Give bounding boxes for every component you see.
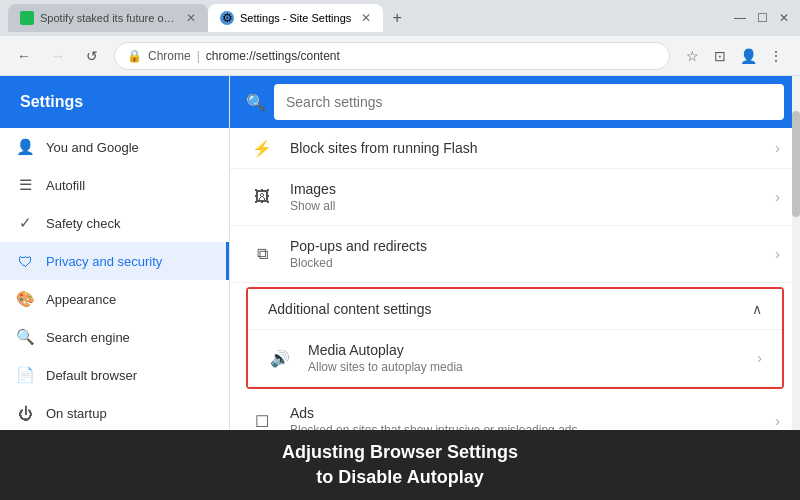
sidebar-label-search: Search engine bbox=[46, 330, 130, 345]
ads-text: Ads Blocked on sites that show intrusive… bbox=[290, 405, 759, 430]
autoplay-arrow: › bbox=[757, 350, 762, 366]
settings-item-block-flash[interactable]: ⚡ Block sites from running Flash › bbox=[230, 128, 800, 169]
settings-item-ads[interactable]: ☐ Ads Blocked on sites that show intrusi… bbox=[230, 393, 800, 430]
sidebar-item-search-engine[interactable]: 🔍 Search engine bbox=[0, 318, 229, 356]
flash-title: Block sites from running Flash bbox=[290, 140, 759, 156]
additional-content-title: Additional content settings bbox=[268, 301, 431, 317]
url-separator: | bbox=[197, 49, 200, 63]
sidebar-item-you-google[interactable]: 👤 You and Google bbox=[0, 128, 229, 166]
settings-item-media-autoplay[interactable]: 🔊 Media Autoplay Allow sites to autoplay… bbox=[248, 329, 782, 387]
flash-arrow: › bbox=[775, 140, 780, 156]
spotify-favicon bbox=[20, 11, 34, 25]
sidebar-label-appearance: Appearance bbox=[46, 292, 116, 307]
autoplay-text: Media Autoplay Allow sites to autoplay m… bbox=[308, 342, 741, 374]
settings-list: ⚡ Block sites from running Flash › 🖼 Ima… bbox=[230, 128, 800, 430]
sidebar-item-appearance[interactable]: 🎨 Appearance bbox=[0, 280, 229, 318]
images-icon: 🖼 bbox=[250, 185, 274, 209]
images-title: Images bbox=[290, 181, 759, 197]
caption-line2: to Disable Autoplay bbox=[10, 465, 790, 490]
sidebar-item-safety[interactable]: ✓ Safety check bbox=[0, 204, 229, 242]
settings-item-images[interactable]: 🖼 Images Show all › bbox=[230, 169, 800, 226]
additional-content-collapse-icon: ∧ bbox=[752, 301, 762, 317]
browser-frame: Spotify staked its future on pod... ✕ ⚙ … bbox=[0, 0, 800, 500]
autoplay-sub: Allow sites to autoplay media bbox=[308, 360, 741, 374]
sidebar-item-autofill[interactable]: ☰ Autofill bbox=[0, 166, 229, 204]
additional-content-body: 🔊 Media Autoplay Allow sites to autoplay… bbox=[248, 329, 782, 387]
tab-spotify-label: Spotify staked its future on pod... bbox=[40, 12, 176, 24]
popups-text: Pop-ups and redirects Blocked bbox=[290, 238, 759, 270]
new-tab-button[interactable]: + bbox=[383, 4, 411, 32]
main-content: Settings 👤 You and Google ☰ Autofill ✓ S… bbox=[0, 76, 800, 430]
startup-icon: ⏻ bbox=[16, 404, 34, 422]
url-protocol: Chrome bbox=[148, 49, 191, 63]
sidebar-label-autofill: Autofill bbox=[46, 178, 85, 193]
url-bar[interactable]: 🔒 Chrome | chrome://settings/content bbox=[114, 42, 670, 70]
sidebar-label-browser: Default browser bbox=[46, 368, 137, 383]
additional-content-header[interactable]: Additional content settings ∧ bbox=[248, 289, 782, 329]
safety-icon: ✓ bbox=[16, 214, 34, 232]
ads-arrow: › bbox=[775, 413, 780, 429]
settings-favicon: ⚙ bbox=[220, 11, 234, 25]
ads-icon: ☐ bbox=[250, 409, 274, 430]
tab-row: Spotify staked its future on pod... ✕ ⚙ … bbox=[8, 4, 728, 32]
popups-title: Pop-ups and redirects bbox=[290, 238, 759, 254]
sidebar-title: Settings bbox=[20, 93, 83, 111]
privacy-icon: 🛡 bbox=[16, 252, 34, 270]
tab-settings-close[interactable]: ✕ bbox=[361, 11, 371, 25]
default-browser-icon: 📄 bbox=[16, 366, 34, 384]
address-bar: ← → ↺ 🔒 Chrome | chrome://settings/conte… bbox=[0, 36, 800, 76]
sidebar-item-default-browser[interactable]: 📄 Default browser bbox=[0, 356, 229, 394]
sidebar-label-startup: On startup bbox=[46, 406, 107, 421]
ads-title: Ads bbox=[290, 405, 759, 421]
back-button[interactable]: ← bbox=[12, 44, 36, 68]
url-path: chrome://settings/content bbox=[206, 49, 340, 63]
sidebar-header: Settings bbox=[0, 76, 229, 128]
toolbar-icons: ☆ ⊡ 👤 ⋮ bbox=[680, 44, 788, 68]
scrollbar-thumb[interactable] bbox=[792, 111, 800, 217]
sidebar-label-privacy: Privacy and security bbox=[46, 254, 162, 269]
caption-line1: Adjusting Browser Settings bbox=[10, 440, 790, 465]
appearance-icon: 🎨 bbox=[16, 290, 34, 308]
minimize-button[interactable]: — bbox=[732, 10, 748, 26]
profile-icon[interactable]: 👤 bbox=[736, 44, 760, 68]
sidebar-item-startup[interactable]: ⏻ On startup bbox=[0, 394, 229, 430]
cast-icon[interactable]: ⊡ bbox=[708, 44, 732, 68]
autoplay-icon: 🔊 bbox=[268, 346, 292, 370]
sidebar-label-you-google: You and Google bbox=[46, 140, 139, 155]
search-bar: 🔍 bbox=[230, 76, 800, 128]
window-controls: — ☐ ✕ bbox=[732, 10, 792, 26]
popups-sub: Blocked bbox=[290, 256, 759, 270]
popups-icon: ⧉ bbox=[250, 242, 274, 266]
tab-settings[interactable]: ⚙ Settings - Site Settings ✕ bbox=[208, 4, 383, 32]
flash-text: Block sites from running Flash bbox=[290, 140, 759, 156]
images-arrow: › bbox=[775, 189, 780, 205]
secure-icon: 🔒 bbox=[127, 49, 142, 63]
refresh-button[interactable]: ↺ bbox=[80, 44, 104, 68]
forward-button[interactable]: → bbox=[46, 44, 70, 68]
ads-sub: Blocked on sites that show intrusive or … bbox=[290, 423, 759, 430]
images-text: Images Show all bbox=[290, 181, 759, 213]
close-button[interactable]: ✕ bbox=[776, 10, 792, 26]
settings-item-popups[interactable]: ⧉ Pop-ups and redirects Blocked › bbox=[230, 226, 800, 283]
menu-icon[interactable]: ⋮ bbox=[764, 44, 788, 68]
tab-spotify[interactable]: Spotify staked its future on pod... ✕ bbox=[8, 4, 208, 32]
images-sub: Show all bbox=[290, 199, 759, 213]
tab-spotify-close[interactable]: ✕ bbox=[186, 11, 196, 25]
flash-icon: ⚡ bbox=[250, 136, 274, 160]
additional-content-box: Additional content settings ∧ 🔊 Media Au… bbox=[246, 287, 784, 389]
popups-arrow: › bbox=[775, 246, 780, 262]
maximize-button[interactable]: ☐ bbox=[754, 10, 770, 26]
you-google-icon: 👤 bbox=[16, 138, 34, 156]
search-engine-icon: 🔍 bbox=[16, 328, 34, 346]
sidebar-label-safety: Safety check bbox=[46, 216, 120, 231]
autofill-icon: ☰ bbox=[16, 176, 34, 194]
search-input[interactable] bbox=[274, 84, 784, 120]
title-bar: Spotify staked its future on pod... ✕ ⚙ … bbox=[0, 0, 800, 36]
sidebar-item-privacy[interactable]: 🛡 Privacy and security bbox=[0, 242, 229, 280]
scrollbar-track bbox=[792, 76, 800, 430]
bookmark-icon[interactable]: ☆ bbox=[680, 44, 704, 68]
search-icon: 🔍 bbox=[246, 93, 266, 112]
settings-content: 🔍 ⚡ Block sites from running Flash › 🖼 I bbox=[230, 76, 800, 430]
caption-bar: Adjusting Browser Settings to Disable Au… bbox=[0, 430, 800, 500]
tab-settings-label: Settings - Site Settings bbox=[240, 12, 351, 24]
